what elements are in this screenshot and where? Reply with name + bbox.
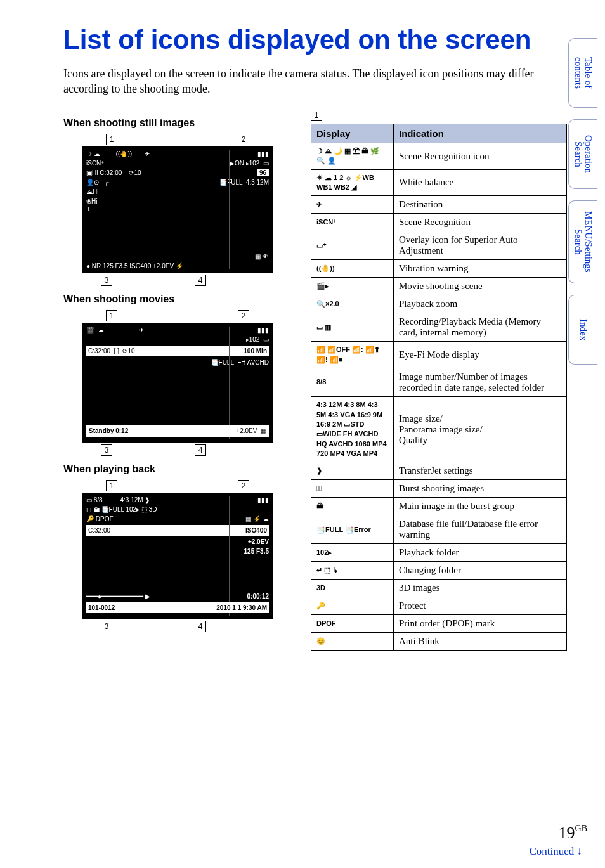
- indication-cell: Image number/Number of images recorded i…: [394, 368, 567, 397]
- callout-1b: 1: [106, 310, 117, 321]
- table-row: ((🤚))Vibration warning: [311, 260, 567, 278]
- table-row: iSCN⁺Scene Recognition: [311, 214, 567, 231]
- indication-cell: Recording/Playback Media (Memory card, i…: [394, 313, 567, 342]
- table-row: ☀ ☁ 1 2 ☼ ⚡WB WB1 WB2 ◢White balance: [311, 169, 567, 196]
- movie-standby: Standby 0:12: [89, 427, 128, 434]
- indication-cell: Image size/ Panorama image size/ Quality: [394, 397, 567, 462]
- table-row: 4:3 12M 4:3 8M 4:3 5M 4:3 VGA 16:9 9M 16…: [311, 397, 567, 462]
- table-row: 3D3D images: [311, 580, 567, 597]
- display-cell: 📑FULL 📑Error: [311, 515, 394, 544]
- indication-cell: Movie shooting scene: [394, 278, 567, 295]
- callout-3b: 3: [101, 444, 112, 456]
- movie-time: C:32:00 [ ] ⟳10: [88, 347, 135, 354]
- callout-1: 1: [106, 134, 117, 145]
- intro-text: Icons are displayed on the screen to ind…: [63, 66, 545, 97]
- pb-batt: ▮▮▮: [257, 496, 269, 503]
- movie-top: 🎬 ☁ ✈: [86, 327, 144, 334]
- table-row: 📑FULL 📑ErrorDatabase file full/Database …: [311, 515, 567, 544]
- pb-iso: ISO400: [245, 527, 267, 534]
- th-display: Display: [311, 124, 394, 143]
- callout-3c: 3: [101, 621, 112, 632]
- th-indication: Indication: [394, 124, 567, 143]
- section-movies-label: When shooting movies: [63, 294, 292, 305]
- movie-format: 📑FULL FH AVCHD: [211, 359, 269, 366]
- arrow-down-icon: ↓: [577, 845, 583, 857]
- section-playback-label: When playing back: [63, 463, 292, 475]
- display-cell: ✈: [311, 196, 394, 214]
- display-cell: ((🤚)): [311, 260, 394, 278]
- display-cell: iSCN⁺: [311, 214, 394, 231]
- display-cell: 🎬▸: [311, 278, 394, 295]
- indication-cell: Eye-Fi Mode display: [394, 342, 567, 368]
- indication-cell: 3D images: [394, 580, 567, 597]
- callout-4: 4: [195, 275, 206, 286]
- indication-cell: Main image in the burst group: [394, 498, 567, 515]
- tab-toc[interactable]: Table of contents: [568, 38, 597, 108]
- display-cell: ❱: [311, 462, 394, 480]
- still-96: 96: [257, 169, 269, 176]
- indication-cell: Destination: [394, 196, 567, 214]
- continued-link[interactable]: Continued ↓: [529, 845, 582, 858]
- pb-sf: 125 F3.5: [244, 548, 269, 555]
- table-row: 🏔Main image in the burst group: [311, 498, 567, 515]
- right-column: 1 Display Indication ☽ ⛰ 🌙 ▦ ⛱ 🏔 🌿 🔍 👤Sc…: [311, 110, 567, 651]
- table-row: 🎬▸Movie shooting scene: [311, 278, 567, 295]
- movie-batt: ▮▮▮: [257, 327, 269, 334]
- display-cell: ▭ ▥: [311, 313, 394, 342]
- display-cell: 🔍×2.0: [311, 295, 394, 313]
- movie-102: ▸102 ▭: [246, 336, 269, 343]
- indication-cell: Changing folder: [394, 562, 567, 580]
- callout-4b: 4: [195, 444, 206, 456]
- tab-index[interactable]: Index: [568, 295, 597, 365]
- display-cell: ↵ ⬚ ↳: [311, 562, 394, 580]
- pb-elapsed: 0:00:12: [247, 593, 269, 600]
- indication-cell: Print order (DPOF) mark: [394, 615, 567, 633]
- table-row: ▭ ▥Recording/Playback Media (Memory card…: [311, 313, 567, 342]
- table-callout-1: 1: [311, 110, 322, 121]
- still-cfull: 📑FULL 4:3 12M: [219, 179, 269, 186]
- scn-icon: iSCN⁺: [86, 160, 104, 167]
- callout-3: 3: [101, 275, 112, 286]
- still-line5: ⛰Hi: [86, 188, 98, 195]
- display-cell: ☽ ⛰ 🌙 ▦ ⛱ 🏔 🌿 🔍 👤: [311, 143, 394, 169]
- table-row: DPOFPrint order (DPOF) mark: [311, 615, 567, 633]
- table-row: ☽ ⛰ 🌙 ▦ ⛱ 🏔 🌿 🔍 👤Scene Recognition icon: [311, 143, 567, 169]
- pb-meter: ▦ ⚡ ☁: [245, 515, 269, 522]
- still-right-icons: ▶ON ▸102 ▭: [230, 160, 269, 167]
- callout-2b: 2: [238, 310, 249, 321]
- table-row: 🔑Protect: [311, 597, 567, 615]
- display-cell: 8/8: [311, 368, 394, 397]
- still-bottom-line: ● NR 125 F3.5 ISO400 +2.0EV ⚡: [86, 262, 269, 269]
- movies-screenshot: 1 2 🎬 ☁ ✈ ▮▮▮ ▸102 ▭ C:32:00 [ ] ⟳10 100…: [79, 310, 276, 456]
- still-line4: 👤⊙ ┌: [86, 179, 108, 186]
- callout-2: 2: [238, 134, 249, 145]
- indication-cell: Burst shooting images: [394, 480, 567, 498]
- table-row: ❱TransferJet settings: [311, 462, 567, 480]
- display-cell: ▭⁺: [311, 231, 394, 260]
- movie-100min: 100 Min: [244, 347, 267, 354]
- page-title: List of icons displayed on the screen: [63, 25, 567, 55]
- table-row: ✈Destination: [311, 196, 567, 214]
- pb-line2: ◻ 🏔 📑FULL 102▸ ⬚ 3D: [86, 506, 157, 513]
- still-screenshot: 1 2 ☽ ☁ ((🤚)) ✈ ▮▮▮ iSCN⁺ ▶ON ▸102 ▭: [79, 134, 276, 286]
- callout-1c: 1: [106, 480, 117, 491]
- pb-folder: 101-0012: [88, 604, 115, 611]
- display-cell: 🏔: [311, 498, 394, 515]
- still-line6: ❀Hi: [86, 198, 97, 205]
- display-cell: 102▸: [311, 544, 394, 562]
- table-row: 📶 📶OFF 📶: 📶⬆ 📶! 📶■Eye-Fi Mode display: [311, 342, 567, 368]
- pb-time: C:32:00: [88, 527, 110, 534]
- still-line3: ▣Hi C:32:00 ⟳10: [86, 169, 141, 176]
- display-cell: 4:3 12M 4:3 8M 4:3 5M 4:3 VGA 16:9 9M 16…: [311, 397, 394, 462]
- display-cell: ◻⃞: [311, 480, 394, 498]
- page-number: 19GB: [559, 824, 587, 843]
- indication-cell: Overlay icon for Superior Auto Adjustmen…: [394, 231, 567, 260]
- table-row: 😊Anti Blink: [311, 633, 567, 651]
- table-row: 102▸Playback folder: [311, 544, 567, 562]
- pb-dpof: 🔑 DPOF: [86, 515, 114, 522]
- callout-2c: 2: [238, 480, 249, 491]
- pb-ev: +2.0EV: [248, 538, 269, 545]
- tab-menu[interactable]: MENU/Settings Search: [568, 200, 597, 283]
- tab-operation[interactable]: Operation Search: [568, 119, 597, 189]
- display-cell: 🔑: [311, 597, 394, 615]
